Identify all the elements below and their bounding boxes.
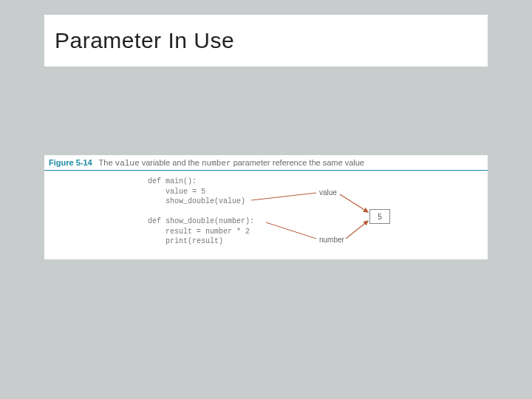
svg-line-1	[346, 221, 368, 239]
annotation-value: value	[319, 188, 337, 197]
svg-line-2	[251, 193, 316, 200]
slide: Parameter In Use Figure 5-14 The value v…	[0, 0, 532, 399]
svg-line-0	[340, 194, 368, 212]
figure-caption-var2: number	[202, 159, 231, 168]
reference-arrows	[44, 171, 488, 259]
annotation-number: number	[319, 236, 344, 244]
figure-panel: Figure 5-14 The value variable and the n…	[44, 155, 488, 260]
figure-caption-pre: The	[99, 158, 115, 167]
slide-title: Parameter In Use	[55, 28, 234, 53]
figure-header: Figure 5-14 The value variable and the n…	[44, 155, 488, 171]
figure-caption-mid: variable and the	[140, 158, 202, 167]
code-block-show-double: def show_double(number): result = number…	[148, 216, 254, 247]
value-box: 5	[369, 209, 390, 224]
svg-line-3	[266, 222, 316, 239]
title-box: Parameter In Use	[44, 15, 488, 66]
code-block-main: def main(): value = 5 show_double(value)	[148, 177, 245, 207]
figure-caption-post: parameter reference the same value	[231, 158, 364, 167]
figure-label: Figure 5-14	[49, 158, 92, 167]
figure-caption-var1: value	[115, 159, 140, 168]
figure-body: def main(): value = 5 show_double(value)…	[44, 171, 488, 260]
